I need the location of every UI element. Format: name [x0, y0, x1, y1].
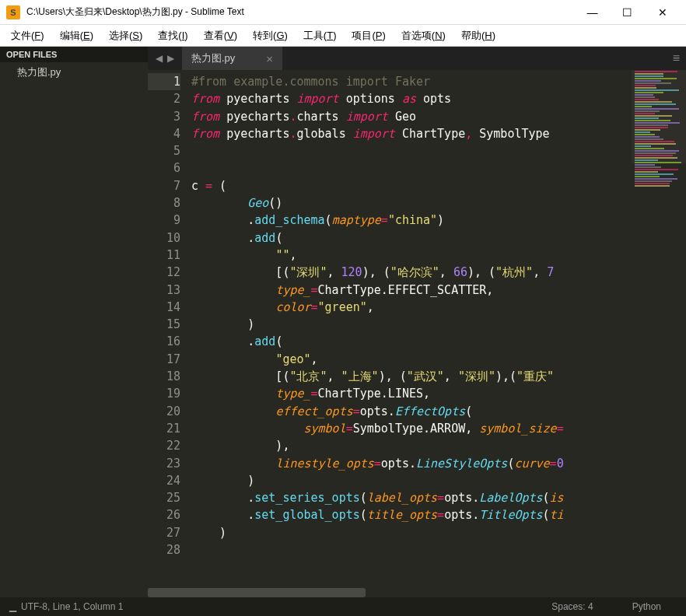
- open-file-item[interactable]: 热力图.py: [0, 62, 148, 82]
- menu-item[interactable]: 项目(P): [345, 26, 391, 46]
- maximize-button[interactable]: ☐: [610, 1, 645, 24]
- open-files-header: OPEN FILES: [0, 47, 148, 62]
- scrollbar-thumb[interactable]: [148, 588, 366, 597]
- titlebar: S C:\Users\大圣归来\Desktop\热力图.py - Sublime…: [0, 0, 686, 25]
- minimize-button[interactable]: —: [575, 1, 610, 24]
- tab-active[interactable]: 热力图.py ×: [182, 47, 282, 70]
- main-area: OPEN FILES 热力图.py ◀ ▶ 热力图.py × ≡ 1234567…: [0, 47, 686, 597]
- menu-item[interactable]: 首选项(N): [395, 26, 452, 46]
- code-content[interactable]: #from example.commons import Fakerfrom p…: [191, 70, 686, 588]
- menu-item[interactable]: 查看(V): [198, 26, 243, 46]
- status-spaces[interactable]: Spaces: 4: [551, 601, 593, 612]
- tab-bar: ◀ ▶ 热力图.py × ≡: [148, 47, 686, 70]
- status-language[interactable]: Python: [632, 601, 661, 612]
- console-icon[interactable]: ▁: [9, 601, 16, 612]
- menu-item[interactable]: 编辑(E): [54, 26, 100, 46]
- tab-next-button[interactable]: ▶: [167, 53, 174, 64]
- menu-item[interactable]: 选择(S): [103, 26, 149, 46]
- sidebar: OPEN FILES 热力图.py: [0, 47, 148, 597]
- status-right: Spaces: 4 Python: [551, 601, 661, 612]
- hamburger-icon[interactable]: ≡: [673, 51, 680, 65]
- tab-label: 热力图.py: [191, 51, 235, 65]
- menu-item[interactable]: 文件(F): [5, 26, 51, 46]
- horizontal-scrollbar[interactable]: [148, 588, 686, 597]
- close-button[interactable]: ✕: [645, 1, 680, 24]
- menu-item[interactable]: 工具(T): [297, 26, 343, 46]
- line-gutter: 1234567891011121314151617181920212223242…: [148, 70, 191, 588]
- tab-prev-button[interactable]: ◀: [156, 53, 163, 64]
- tab-close-icon[interactable]: ×: [266, 52, 273, 65]
- menu-item[interactable]: 帮助(H): [455, 26, 502, 46]
- minimap[interactable]: [632, 70, 686, 163]
- app-icon: S: [6, 5, 20, 19]
- window-controls: — ☐ ✕: [575, 1, 680, 24]
- menu-item[interactable]: 查找(I): [152, 26, 194, 46]
- window-title: C:\Users\大圣归来\Desktop\热力图.py - Sublime T…: [26, 5, 575, 19]
- status-encoding[interactable]: UTF-8, Line 1, Column 1: [21, 601, 123, 612]
- statusbar: ▁ UTF-8, Line 1, Column 1 Spaces: 4 Pyth…: [0, 597, 686, 616]
- menu-item[interactable]: 转到(G): [247, 26, 294, 46]
- menubar: 文件(F)编辑(E)选择(S)查找(I)查看(V)转到(G)工具(T)项目(P)…: [0, 25, 686, 47]
- editor-area: ◀ ▶ 热力图.py × ≡ 1234567891011121314151617…: [148, 47, 686, 597]
- code-editor[interactable]: 1234567891011121314151617181920212223242…: [148, 70, 686, 588]
- status-left: ▁ UTF-8, Line 1, Column 1: [9, 601, 551, 612]
- tab-nav: ◀ ▶: [148, 53, 182, 64]
